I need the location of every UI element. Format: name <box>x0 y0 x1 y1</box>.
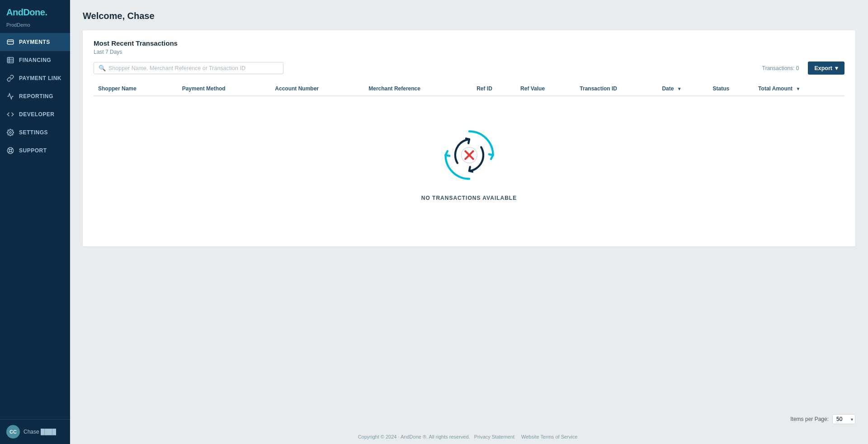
export-chevron-icon: ▾ <box>835 65 838 71</box>
col-date[interactable]: Date ▼ <box>657 82 708 96</box>
sidebar-item-financing-label: Financing <box>19 57 51 63</box>
sidebar-item-reporting[interactable]: Reporting <box>0 87 70 105</box>
col-account-number: Account Number <box>270 82 364 96</box>
items-per-page-select[interactable]: 10 25 50 100 <box>832 414 855 424</box>
svg-line-12 <box>11 149 12 150</box>
sidebar-item-reporting-label: Reporting <box>19 93 53 99</box>
sidebar-nav: Payments Financing Payment Link <box>0 33 70 419</box>
transactions-table-wrapper: Shopper Name Payment Method Account Numb… <box>94 82 844 237</box>
svg-point-6 <box>9 132 11 133</box>
sidebar: AndDone. ProdDemo Payments Finan <box>0 0 70 444</box>
empty-state: NO TRANSACTIONS AVAILABLE <box>94 96 844 237</box>
app-logo: AndDone. <box>0 0 70 21</box>
page-title: Welcome, Chase <box>83 11 855 21</box>
no-transactions-icon <box>438 123 501 187</box>
svg-line-13 <box>8 151 9 153</box>
col-status: Status <box>708 82 754 96</box>
search-icon: 🔍 <box>99 65 106 71</box>
sidebar-item-developer-label: Developer <box>19 111 55 118</box>
col-shopper-name: Shopper Name <box>94 82 178 96</box>
card-title: Most Recent Transactions <box>94 39 844 47</box>
sidebar-item-financing[interactable]: Financing <box>0 51 70 69</box>
developer-icon <box>6 110 14 118</box>
col-payment-method: Payment Method <box>178 82 271 96</box>
col-ref-value: Ref Value <box>516 82 575 96</box>
main-content: Welcome, Chase Most Recent Transactions … <box>70 0 868 444</box>
env-label: ProdDemo <box>0 21 70 33</box>
financing-icon <box>6 56 14 64</box>
col-transaction-id: Transaction ID <box>575 82 657 96</box>
privacy-link[interactable]: Privacy Statement <box>474 434 514 439</box>
export-button[interactable]: Export ▾ <box>808 61 844 75</box>
sidebar-item-support[interactable]: Support <box>0 142 70 160</box>
svg-rect-2 <box>7 57 13 63</box>
sidebar-item-payments-label: Payments <box>19 39 50 45</box>
avatar: CC <box>6 425 20 439</box>
svg-line-9 <box>8 148 9 150</box>
empty-state-text: NO TRANSACTIONS AVAILABLE <box>421 195 517 201</box>
items-per-page-wrapper[interactable]: 10 25 50 100 <box>832 414 855 424</box>
transactions-table: Shopper Name Payment Method Account Numb… <box>94 82 844 237</box>
sidebar-item-support-label: Support <box>19 147 47 154</box>
svg-rect-0 <box>7 40 13 44</box>
credit-card-icon <box>6 38 14 46</box>
col-merchant-reference: Merchant Reference <box>364 82 472 96</box>
sidebar-item-developer[interactable]: Developer <box>0 105 70 123</box>
date-sort-icon: ▼ <box>677 86 682 91</box>
export-label: Export <box>814 65 832 71</box>
sidebar-item-settings[interactable]: Settings <box>0 123 70 142</box>
sidebar-item-payment-link[interactable]: Payment Link <box>0 69 70 87</box>
table-header-row: Shopper Name Payment Method Account Numb… <box>94 82 844 96</box>
search-input[interactable] <box>108 65 278 71</box>
site-footer: Copyright © 2024 · AndDone ®. All rights… <box>70 430 868 444</box>
settings-icon <box>6 128 14 137</box>
amount-sort-icon: ▼ <box>796 86 800 91</box>
transactions-card: Most Recent Transactions Last 7 Days 🔍 T… <box>83 30 855 246</box>
link-icon <box>6 74 14 82</box>
terms-link[interactable]: Website Terms of Service <box>521 434 577 439</box>
toolbar-right: Transactions: 0 Export ▾ <box>762 61 844 75</box>
card-subtitle: Last 7 Days <box>94 49 844 55</box>
transactions-count: Transactions: 0 <box>762 65 799 71</box>
sidebar-item-payment-link-label: Payment Link <box>19 75 61 81</box>
pagination-footer: Items per Page: 10 25 50 100 <box>70 409 868 430</box>
col-total-amount[interactable]: Total Amount ▼ <box>754 82 844 96</box>
copyright-text: Copyright © 2024 · AndDone ®. All rights… <box>358 434 470 439</box>
search-box[interactable]: 🔍 <box>94 62 283 74</box>
reporting-icon <box>6 92 14 100</box>
support-icon <box>6 146 14 155</box>
svg-point-8 <box>9 149 11 151</box>
footer-username: Chase ████ <box>24 429 56 435</box>
sidebar-item-payments[interactable]: Payments <box>0 33 70 51</box>
col-ref-id: Ref ID <box>472 82 516 96</box>
toolbar: 🔍 Transactions: 0 Export ▾ <box>94 61 844 75</box>
sidebar-item-settings-label: Settings <box>19 129 48 136</box>
svg-line-10 <box>11 151 13 153</box>
items-per-page-label: Items per Page: <box>790 416 829 422</box>
sidebar-footer: CC Chase ████ <box>0 419 70 444</box>
